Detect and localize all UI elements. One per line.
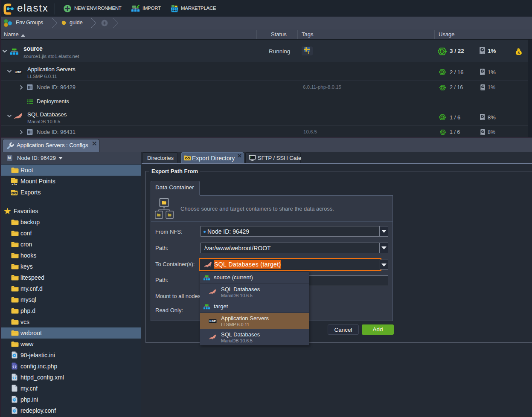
svg-text:I: I [308, 50, 309, 55]
svg-text:$: $ [517, 50, 520, 55]
